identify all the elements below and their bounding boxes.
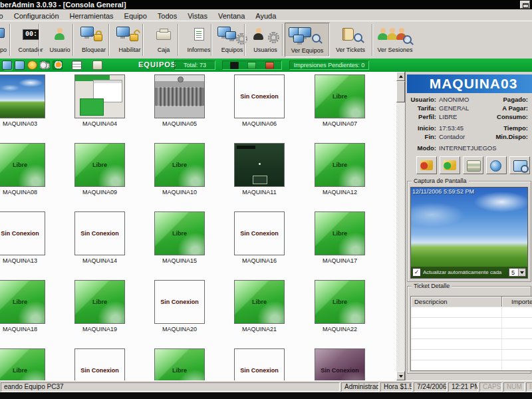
- menu-ayuda[interactable]: Ayuda: [250, 11, 281, 21]
- printer-icon[interactable]: [92, 61, 102, 70]
- machine-tile[interactable]: [0, 74, 45, 118]
- field-value: Contador: [439, 133, 465, 140]
- status-panel-12-21-pm: 12:21 PM: [448, 382, 478, 392]
- scroll-thumb[interactable]: [396, 81, 405, 102]
- refresh-interval-value: 5: [511, 269, 515, 276]
- machine-tile[interactable]: Libre: [74, 280, 125, 324]
- toolbar-separator: [244, 24, 245, 56]
- screen-capture-image: 12/11/2006 5:59:52 PM Actualizar automát…: [410, 187, 528, 279]
- scroll-up-button[interactable]: [396, 72, 405, 81]
- ver-sesiones-icon: [374, 23, 416, 47]
- lock-action-button[interactable]: [416, 156, 437, 174]
- unlock-action-button[interactable]: [440, 156, 460, 174]
- grid-scrollbar[interactable]: [396, 72, 405, 380]
- tile-status-text: Sin Conexion: [315, 349, 364, 380]
- gears-icon[interactable]: [40, 61, 50, 70]
- machine-tile[interactable]: Libre: [0, 280, 45, 324]
- menu-ventana[interactable]: Ventana: [213, 11, 250, 21]
- toolbar-separator: [72, 24, 74, 56]
- ticket-cell: [411, 339, 502, 349]
- field-label: Pagado:: [472, 96, 528, 103]
- status-legend: [222, 61, 282, 70]
- machine-tile[interactable]: Libre: [315, 74, 365, 118]
- machine-tile[interactable]: Sin Conexion: [74, 211, 125, 255]
- menu-herramientas[interactable]: Herramientas: [65, 11, 119, 21]
- field-value: INTERNETJUEGOS: [439, 144, 497, 152]
- toolbar-separator: [39, 24, 40, 56]
- machine-title-banner: MAQUINA03 E: [407, 74, 532, 93]
- field-label: Fin:: [407, 133, 436, 140]
- ticket-cell: [411, 350, 502, 360]
- machine-tile[interactable]: Sin Conexion: [315, 348, 365, 380]
- machine-tile[interactable]: [154, 74, 205, 118]
- infobar-title: EQUIPOS: [138, 61, 176, 68]
- toolbar-separator: [329, 24, 330, 56]
- computers-icon[interactable]: [2, 61, 12, 70]
- cash-action-button[interactable]: [463, 156, 483, 174]
- ticket-cell: [411, 318, 502, 328]
- machine-tile[interactable]: Libre: [0, 143, 45, 187]
- chevron-down-icon[interactable]: [518, 269, 525, 276]
- ver-equipos-icon: [285, 23, 329, 47]
- machine-tile[interactable]: Libre: [154, 211, 205, 255]
- machine-tile[interactable]: Libre: [154, 348, 205, 380]
- machine-tile[interactable]: Libre: [74, 143, 125, 187]
- ver-sesiones-button[interactable]: Ver Sesiones: [374, 23, 416, 57]
- machine-tile[interactable]: [234, 143, 285, 187]
- tile-status-text: Sin Conexion: [235, 212, 284, 255]
- machine-name-label: MAQUINA08: [0, 189, 52, 196]
- machine-tile[interactable]: Sin Conexion: [74, 348, 125, 380]
- ticket-table-header: DescripcionImporte: [411, 297, 532, 307]
- tile-status-text: Libre: [235, 281, 284, 323]
- computer-user-icon[interactable]: [15, 61, 25, 70]
- window-restore-button[interactable]: [520, 1, 530, 9]
- globe-action-button[interactable]: [486, 156, 507, 174]
- refresh-interval-select[interactable]: 5: [509, 268, 526, 277]
- ver-tickets-button[interactable]: Ver Tickets: [331, 23, 370, 57]
- ticket-cell: [502, 360, 532, 370]
- machine-name-label: MAQUINA21: [227, 326, 291, 332]
- status-panel-ins: INS: [526, 382, 532, 392]
- machine-tile[interactable]: Sin Conexion: [154, 280, 205, 324]
- machine-tile[interactable]: Sin Conexion: [234, 348, 285, 380]
- lamp-icon[interactable]: [27, 61, 37, 70]
- machine-tile[interactable]: Sin Conexion: [234, 74, 285, 118]
- machine-tile[interactable]: Libre: [0, 348, 45, 380]
- ticket-column-header: Importe: [502, 297, 532, 307]
- bloquear-button[interactable]: Bloquear: [75, 23, 112, 57]
- menu-vistas[interactable]: Vistas: [182, 11, 213, 21]
- machine-tile[interactable]: Sin Conexion: [234, 211, 285, 255]
- ver-equipos-button[interactable]: Ver Equipos: [285, 23, 330, 57]
- menu-todos[interactable]: Todos: [152, 11, 182, 21]
- machine-tile[interactable]: Libre: [315, 211, 365, 255]
- toolbar-button-label: Bloquear: [75, 47, 112, 54]
- menu-archivo[interactable]: Archivo: [0, 11, 9, 21]
- usuarios-button[interactable]: Usuarios: [247, 23, 284, 57]
- screen-action-button[interactable]: [509, 156, 530, 174]
- offline-icon: [265, 62, 274, 69]
- ticket-cell: [502, 350, 532, 360]
- auto-refresh-checkbox[interactable]: [412, 268, 421, 277]
- machine-name-label: MAQUINA19: [68, 326, 132, 332]
- keypad-icon[interactable]: [72, 61, 82, 70]
- machine-tile[interactable]: Libre: [154, 143, 205, 187]
- tile-status-text: Libre: [315, 212, 364, 255]
- caja-button[interactable]: Caja: [145, 23, 182, 57]
- occupied-icon: [230, 62, 239, 69]
- scroll-down-button[interactable]: [396, 371, 405, 380]
- machine-tile[interactable]: Sin Conexion: [0, 211, 45, 255]
- ticket-cell: [502, 329, 532, 338]
- field-label: Modo:: [407, 144, 436, 152]
- cyberadmin-window: CyberAdmin 3.0.93 - [Consola General] Ar…: [0, 0, 532, 399]
- field-value: GENERAL: [439, 104, 469, 112]
- gear-orange-icon[interactable]: [53, 61, 63, 70]
- machine-tile[interactable]: [74, 74, 125, 118]
- machine-tile[interactable]: Libre: [315, 280, 365, 324]
- menu-configuracion[interactable]: Configuración: [9, 11, 65, 21]
- machine-name-label: MAQUINA11: [227, 189, 291, 196]
- ticket-row: [411, 338, 532, 349]
- machine-tile[interactable]: Libre: [315, 143, 365, 187]
- machine-tile[interactable]: Libre: [234, 280, 285, 324]
- equipos-info-bar: EQUIPOS Total: 73 Impresiones Pendientes…: [0, 59, 532, 72]
- menu-equipo[interactable]: Equipo: [119, 11, 152, 21]
